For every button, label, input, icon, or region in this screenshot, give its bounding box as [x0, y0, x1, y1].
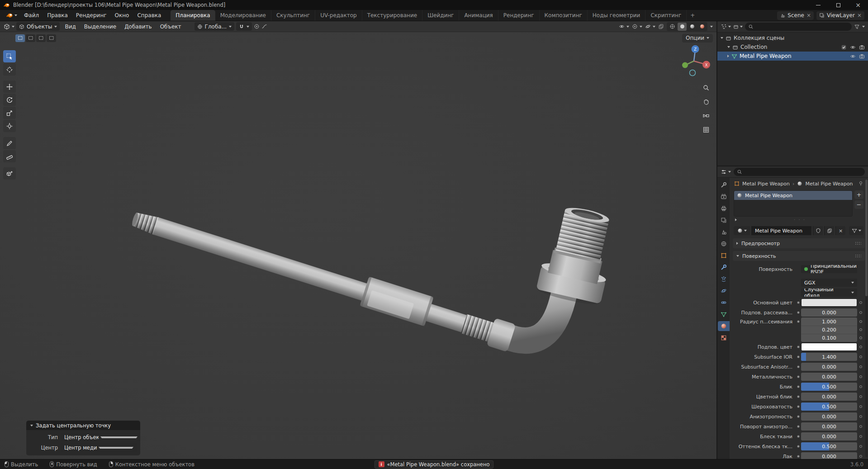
slot-list-grip[interactable]: · · · — [730, 217, 868, 223]
outliner-row-collection[interactable]: Collection — [717, 43, 868, 52]
tab-object-data[interactable] — [718, 309, 730, 319]
checkbox-icon[interactable] — [841, 44, 847, 50]
anisotropic-rotation-slider[interactable]: 0.000 — [801, 422, 857, 431]
gizmos-toggle[interactable] — [632, 24, 642, 29]
unlink-icon[interactable]: × — [857, 12, 862, 19]
tab-texture-paint[interactable]: Текстурирование — [362, 10, 422, 21]
decorator-dot[interactable] — [857, 355, 864, 358]
menu-render[interactable]: Рендеринг — [72, 10, 111, 21]
tab-material[interactable] — [718, 321, 730, 331]
viewport-canvas[interactable]: Опции — [0, 32, 716, 459]
tab-output[interactable] — [718, 204, 730, 213]
menu-view[interactable]: Вид — [62, 24, 79, 30]
mode-selector[interactable]: Объекты — [16, 22, 60, 31]
navigation-gizmo[interactable]: Z X — [675, 42, 713, 80]
tab-view-layer[interactable] — [718, 215, 730, 225]
tab-constraints[interactable] — [718, 298, 730, 308]
subsurface-anisotropy-slider[interactable]: 0.000 — [801, 363, 857, 371]
outliner-search-input[interactable] — [745, 23, 852, 31]
annotate-tool[interactable] — [3, 137, 16, 149]
origin-type-select[interactable]: Центр объекта к геоме... — [61, 433, 140, 441]
subsurface-color-swatch[interactable] — [801, 343, 857, 351]
decorator-dot[interactable] — [857, 336, 864, 339]
xray-toggle-icon[interactable] — [658, 24, 664, 29]
roughness-slider[interactable]: 0.500 — [801, 403, 857, 411]
tab-world[interactable] — [718, 239, 730, 249]
maximize-button[interactable] — [828, 0, 848, 10]
decorator-dot[interactable] — [857, 425, 864, 428]
tab-physics[interactable] — [718, 286, 730, 296]
tab-scripting[interactable]: Скриптинг — [645, 10, 687, 21]
properties-search-input[interactable] — [734, 168, 865, 176]
shading-solid-button[interactable] — [678, 23, 687, 31]
tab-tool[interactable] — [718, 180, 730, 190]
unlink-icon[interactable]: × — [806, 12, 811, 19]
shading-rendered-button[interactable] — [697, 23, 707, 31]
breadcrumb-object[interactable]: Metal Pipe Weapon — [742, 181, 790, 187]
tab-particles[interactable] — [718, 274, 730, 284]
disclosure-triangle-icon[interactable] — [727, 46, 730, 48]
browse-material-button[interactable] — [734, 226, 750, 235]
select-box-tool[interactable] — [3, 50, 16, 62]
decorator-dot[interactable] — [857, 375, 864, 378]
tab-geometry-nodes[interactable]: Ноды геометрии — [588, 10, 646, 21]
operator-panel-header[interactable]: Задать центральную точку — [26, 421, 140, 430]
fake-user-button[interactable] — [813, 226, 823, 235]
decorator-dot[interactable] — [857, 365, 864, 368]
select-subtract-button[interactable] — [36, 34, 46, 42]
camera-view-button[interactable] — [701, 111, 711, 121]
menu-select[interactable]: Выделение — [81, 24, 119, 30]
specular-slider[interactable]: 0.500 — [801, 383, 857, 391]
select-set-button[interactable] — [15, 34, 25, 42]
add-workspace-button[interactable]: + — [687, 10, 698, 21]
disclosure-triangle-icon[interactable] — [727, 55, 729, 57]
surface-panel-header[interactable]: Поверхность — [733, 251, 865, 261]
new-material-button[interactable] — [824, 226, 834, 235]
transform-tool[interactable] — [3, 120, 16, 132]
use-nodes-button[interactable] — [849, 226, 863, 235]
eye-icon[interactable] — [850, 44, 856, 50]
metallic-slider[interactable]: 0.000 — [801, 373, 857, 381]
anisotropic-slider[interactable]: 0.000 — [801, 412, 857, 421]
decorator-dot[interactable] — [857, 320, 864, 323]
clearcoat-slider[interactable]: 0.000 — [801, 452, 857, 459]
decorator-dot[interactable] — [857, 435, 864, 438]
menu-file[interactable]: Файл — [20, 10, 43, 21]
tab-rendering[interactable]: Рендеринг — [498, 10, 540, 21]
subsurface-slider[interactable]: 0.000 — [801, 308, 857, 317]
pan-button[interactable] — [701, 97, 711, 107]
move-tool[interactable] — [3, 81, 16, 93]
shading-material-button[interactable] — [688, 23, 697, 31]
close-button[interactable]: × — [848, 0, 868, 10]
scale-tool[interactable] — [3, 107, 16, 119]
outliner-display-mode-button[interactable] — [733, 24, 743, 29]
radius-z-field[interactable]: 0.100 — [801, 334, 857, 342]
menu-help[interactable]: Справка — [133, 10, 165, 21]
menu-window[interactable]: Окно — [111, 10, 133, 21]
transform-orientation-selector[interactable]: Глоба... — [194, 22, 235, 31]
decorator-dot[interactable] — [857, 445, 864, 448]
outliner-editor-type-button[interactable] — [721, 24, 731, 30]
camera-icon[interactable] — [859, 44, 865, 50]
overlays-toggle[interactable] — [645, 24, 655, 29]
sheen-tint-slider[interactable]: 0.500 — [801, 442, 857, 450]
menu-object[interactable]: Объект — [157, 24, 185, 30]
proportional-edit-toggle[interactable] — [254, 24, 267, 29]
tab-animation[interactable]: Анимация — [459, 10, 498, 21]
remove-slot-button[interactable]: − — [854, 200, 863, 209]
properties-scrollbar[interactable] — [865, 180, 868, 457]
unlink-material-button[interactable]: × — [835, 226, 845, 235]
rotate-tool[interactable] — [3, 94, 16, 106]
sheen-slider[interactable]: 0.000 — [801, 432, 857, 441]
menu-edit[interactable]: Правка — [43, 10, 72, 21]
decorator-dot[interactable] — [857, 301, 864, 304]
origin-center-select[interactable]: Центр медианы — [61, 443, 137, 452]
options-dropdown[interactable]: Опции — [682, 34, 713, 43]
snap-toggle[interactable] — [236, 22, 252, 31]
select-invert-button[interactable] — [47, 34, 56, 42]
subsurface-ior-slider[interactable]: 1.400 — [801, 353, 857, 361]
select-extend-button[interactable] — [26, 34, 35, 42]
tab-sculpting[interactable]: Скульптинг — [271, 10, 315, 21]
tab-shading[interactable]: Шейдинг — [422, 10, 459, 21]
tab-render[interactable] — [718, 192, 730, 202]
